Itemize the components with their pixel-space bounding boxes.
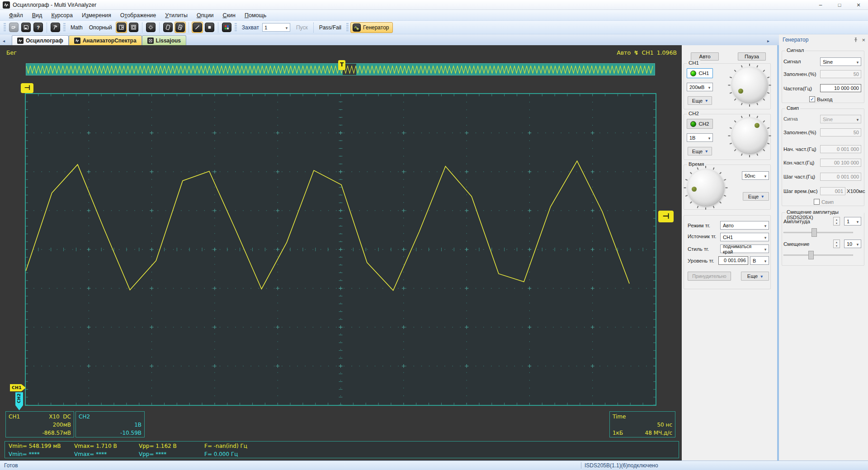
- output-checkbox[interactable]: [809, 96, 815, 102]
- trigger-position-marker[interactable]: ⊣: [21, 83, 33, 93]
- ch2-offset-knob[interactable]: [732, 118, 767, 153]
- ch2-enable-toggle[interactable]: CH2: [687, 119, 713, 129]
- amplitude-value: 1: [847, 219, 849, 224]
- trigger-time-marker[interactable]: T: [338, 60, 345, 70]
- offset-value: 10: [847, 241, 852, 247]
- tab-spectrum-analyzer[interactable]: АнализаторСпектра: [69, 35, 142, 45]
- menu-view[interactable]: Вид: [28, 11, 47, 20]
- trigger-level-unit-select[interactable]: В: [750, 256, 769, 265]
- ch1-offset-knob[interactable]: [732, 67, 767, 103]
- tools-button[interactable]: [50, 22, 61, 33]
- ch1-enable-toggle[interactable]: CH1: [687, 68, 713, 78]
- timebase-select[interactable]: 50нс: [742, 171, 769, 180]
- trigger-source-select[interactable]: CH1: [720, 233, 769, 241]
- menu-skin[interactable]: Скин: [218, 11, 240, 20]
- center-signal-button[interactable]: [145, 22, 156, 33]
- save-button[interactable]: [20, 22, 32, 33]
- menu-file[interactable]: Файл: [5, 11, 28, 20]
- toolbar-grip[interactable]: [63, 23, 66, 32]
- ch1-scale-select[interactable]: 200мВ: [687, 83, 713, 91]
- menu-display[interactable]: Отображение: [116, 11, 161, 20]
- sweep-duty-input[interactable]: 50: [820, 128, 861, 136]
- ch2-scale-select[interactable]: 1В: [687, 133, 713, 142]
- spinner-down-icon[interactable]: [834, 244, 840, 248]
- tab-scroll-right-icon[interactable]: [767, 38, 769, 43]
- duty-input[interactable]: 50: [820, 70, 861, 78]
- colors-button[interactable]: [221, 22, 232, 33]
- tab-lissajous[interactable]: Lissajous: [142, 35, 186, 45]
- menu-cursors[interactable]: Курсора: [47, 11, 77, 20]
- pass-fail-button[interactable]: Pass/Fail: [316, 23, 344, 32]
- trigger-style-select[interactable]: подниматься край: [720, 244, 769, 253]
- offset-slider-thumb[interactable]: [808, 251, 814, 259]
- end-freq-input[interactable]: 00 100 000: [820, 159, 861, 167]
- start-freq-input[interactable]: 0 001 000: [820, 145, 861, 153]
- timebase-knob[interactable]: [688, 169, 724, 206]
- waveform-overview-strip[interactable]: T: [26, 63, 655, 75]
- menu-options[interactable]: Опции: [192, 11, 218, 20]
- device-screen-grid-button[interactable]: [175, 22, 186, 33]
- trigger-more-button[interactable]: Еще: [741, 272, 769, 281]
- amplitude-slider-thumb[interactable]: [811, 228, 817, 237]
- offset-spinner[interactable]: [833, 240, 840, 248]
- step-freq-input[interactable]: 0 001 000: [820, 173, 861, 181]
- start-button[interactable]: Пуск: [293, 23, 311, 32]
- ch1-ground-marker[interactable]: CH1: [10, 384, 26, 391]
- amplitude-spinner[interactable]: [833, 217, 840, 226]
- menu-measurements[interactable]: Измерения: [77, 11, 116, 20]
- device-screen-button[interactable]: [162, 22, 174, 33]
- ch2-more-button[interactable]: Еще: [688, 147, 712, 155]
- tab-oscilloscope[interactable]: Осциллограф: [12, 35, 69, 45]
- ch1-more-button[interactable]: Еще: [688, 96, 712, 105]
- spinner-down-icon[interactable]: [834, 221, 840, 226]
- reference-button[interactable]: Опорный: [86, 23, 115, 32]
- window-title: Осциллограф - Multi VirAnalyzer: [13, 2, 96, 8]
- toolbar-grip[interactable]: [235, 23, 237, 32]
- chevron-down-icon: [762, 235, 769, 240]
- scope-graticule[interactable]: [25, 93, 656, 406]
- offset-select[interactable]: 10: [844, 240, 861, 248]
- sweep-checkbox[interactable]: [814, 199, 820, 205]
- pin-icon[interactable]: [854, 38, 858, 42]
- close-panel-icon[interactable]: ×: [862, 37, 865, 43]
- menu-help[interactable]: Помощь: [240, 11, 271, 20]
- sweep-check-label: Свип: [821, 199, 834, 205]
- auto-button[interactable]: Авто: [691, 52, 719, 61]
- tab-scroll-left-icon[interactable]: [3, 38, 5, 43]
- capture-count-select[interactable]: 1: [262, 23, 290, 32]
- trigger-level-label: Уровень тг.: [688, 258, 714, 263]
- spinner-up-icon[interactable]: [834, 240, 840, 244]
- trigger-level-input[interactable]: 0 001.096: [718, 256, 748, 265]
- amplitude-select[interactable]: 1: [844, 217, 861, 226]
- line-draw-button[interactable]: [192, 22, 203, 33]
- ch1-probe: X10 DC: [49, 413, 71, 421]
- connect-device-button[interactable]: [8, 22, 19, 33]
- frequency-input[interactable]: 10 000 000: [820, 84, 861, 92]
- stop-button[interactable]: [204, 22, 215, 33]
- restore-button[interactable]: [830, 0, 849, 9]
- time-more-button[interactable]: Еще: [743, 192, 769, 201]
- offset-slider-track[interactable]: [783, 254, 853, 256]
- math-button[interactable]: Math: [67, 23, 86, 32]
- menu-utilities[interactable]: Утилиты: [160, 11, 192, 20]
- force-trigger-button[interactable]: Принудительно: [688, 272, 731, 281]
- signal-select[interactable]: Sine: [820, 57, 861, 66]
- sweep-signal-select[interactable]: Sine: [820, 115, 861, 123]
- split-pane-button[interactable]: [116, 22, 127, 33]
- step-time-input[interactable]: 001: [820, 187, 845, 195]
- minimize-button[interactable]: [811, 0, 830, 9]
- pause-button[interactable]: Пауза: [738, 52, 766, 61]
- lissajous-tab-icon: [147, 38, 154, 44]
- knob-indicator-dot: [738, 89, 743, 94]
- help-button[interactable]: ?: [33, 22, 44, 33]
- single-pane-button[interactable]: [128, 22, 139, 33]
- amplitude-slider-track[interactable]: [783, 232, 853, 233]
- toolbar-grip[interactable]: [346, 23, 349, 32]
- close-button[interactable]: [849, 0, 868, 9]
- trigger-level-marker[interactable]: ⊣: [658, 211, 674, 222]
- ch2-ground-marker[interactable]: CH2: [15, 392, 23, 410]
- generator-toggle-button[interactable]: Генератор: [350, 22, 393, 33]
- spinner-up-icon[interactable]: [834, 217, 840, 221]
- toolbar-grip[interactable]: [4, 23, 6, 32]
- trigger-mode-select[interactable]: Авто: [720, 221, 769, 230]
